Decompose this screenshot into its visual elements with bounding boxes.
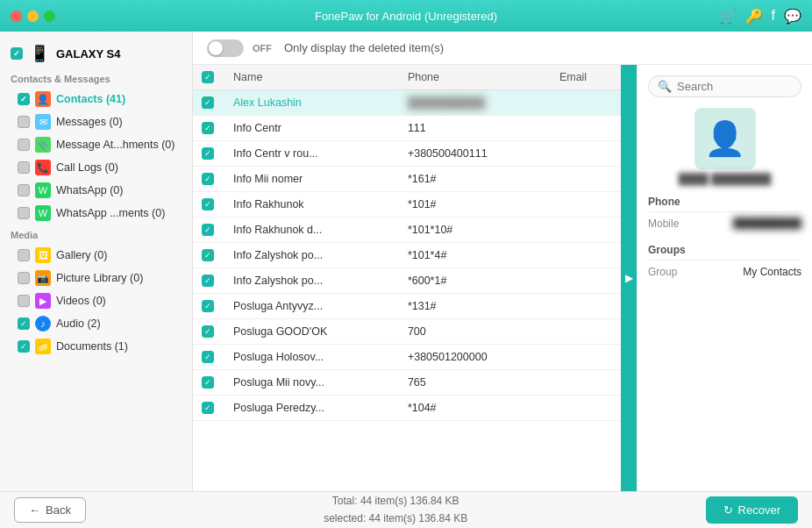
contacts-checkbox[interactable] xyxy=(18,93,30,105)
row-email xyxy=(551,345,621,370)
chat-icon[interactable]: 💬 xyxy=(784,8,801,25)
table-row[interactable]: Info Mii nomer*161# xyxy=(193,167,621,192)
row-checkbox[interactable] xyxy=(202,96,214,109)
table-row[interactable]: Posluga GOOD'OK700 xyxy=(193,319,621,345)
sidebar-item-messages[interactable]: ✉ Messages (0) xyxy=(0,111,192,133)
row-checkbox-cell xyxy=(193,370,224,396)
table-row[interactable]: Info Centr v rou...+380500400111 xyxy=(193,141,621,167)
contacts-table: Name Phone Email Alex Lukashin██████████… xyxy=(193,65,621,421)
avatar-image: 👤 xyxy=(694,108,756,169)
audio-checkbox[interactable] xyxy=(18,318,30,330)
row-checkbox[interactable] xyxy=(202,275,214,287)
sidebar-item-whatsappments[interactable]: W WhatsApp ...ments (0) xyxy=(0,202,192,225)
row-email xyxy=(551,116,621,141)
row-checkbox[interactable] xyxy=(202,198,214,210)
table-header-row: Name Phone Email xyxy=(193,65,621,90)
deleted-toggle[interactable] xyxy=(207,39,244,57)
table-row[interactable]: Posluga Antyvyz...*131# xyxy=(193,294,621,319)
row-checkbox[interactable] xyxy=(202,351,214,363)
device-row[interactable]: 📱 GALAXY S4 xyxy=(0,39,192,68)
back-button[interactable]: ← Back xyxy=(14,497,86,523)
table-row[interactable]: Posluga Peredzy...*104# xyxy=(193,396,621,421)
row-checkbox[interactable] xyxy=(202,147,214,160)
back-arrow-icon: ← xyxy=(29,503,40,517)
maximize-button[interactable] xyxy=(44,11,55,22)
row-email xyxy=(551,294,621,319)
table-row[interactable]: Posluga Mii novy...765 xyxy=(193,370,621,396)
sidebar-item-gallery[interactable]: 🖼 Gallery (0) xyxy=(0,244,192,267)
device-checkbox[interactable] xyxy=(11,47,23,60)
table-row[interactable]: Info Rakhunok d...*101*10# xyxy=(193,218,621,243)
col-phone: Phone xyxy=(399,65,551,90)
row-checkbox[interactable] xyxy=(202,402,214,414)
close-button[interactable] xyxy=(11,11,22,22)
row-checkbox-cell xyxy=(193,167,224,192)
groups-section-title: Groups xyxy=(648,244,801,260)
table-row[interactable]: Info Centr111 xyxy=(193,116,621,141)
sidebar-item-videos[interactable]: ▶ Videos (0) xyxy=(0,289,192,312)
videos-checkbox[interactable] xyxy=(18,295,30,307)
traffic-lights xyxy=(11,11,55,22)
table-row[interactable]: Posluga Holosov...+380501200000 xyxy=(193,345,621,370)
whatsapp-checkbox[interactable] xyxy=(18,184,30,196)
row-phone: *104# xyxy=(399,396,551,421)
whatsappments-icon: W xyxy=(35,205,51,221)
phone-section: Phone Mobile ██████████ xyxy=(648,196,801,233)
row-email xyxy=(551,370,621,396)
row-name: Info Rakhunok xyxy=(224,192,399,218)
facebook-icon[interactable]: f xyxy=(772,8,775,25)
search-icon: 🔍 xyxy=(658,80,672,93)
whatsapp-icon: W xyxy=(35,182,51,198)
msgattach-checkbox[interactable] xyxy=(18,139,30,151)
content-area: OFF Only display the deleted item(s) Nam… xyxy=(193,32,812,491)
key-icon[interactable]: 🔑 xyxy=(745,8,763,25)
audio-icon: ♪ xyxy=(35,316,51,332)
table-row[interactable]: Alex Lukashin██████████ xyxy=(193,90,621,116)
sidebar-item-msgattach[interactable]: 📎 Message At...hments (0) xyxy=(0,133,192,156)
row-name: Posluga Holosov... xyxy=(224,345,399,370)
recover-button[interactable]: ↻ Recover xyxy=(706,496,798,524)
docs-checkbox[interactable] xyxy=(18,340,30,353)
row-checkbox[interactable] xyxy=(202,224,214,236)
table-container[interactable]: Name Phone Email Alex Lukashin██████████… xyxy=(193,65,621,491)
sidebar-item-docs[interactable]: 📁 Documents (1) xyxy=(0,335,192,358)
table-row[interactable]: Info Zalyshok po...*600*1# xyxy=(193,268,621,294)
search-input[interactable] xyxy=(677,80,792,93)
sidebar-item-whatsapp[interactable]: W WhatsApp (0) xyxy=(0,179,192,202)
select-all-checkbox[interactable] xyxy=(202,71,214,83)
col-email: Email xyxy=(551,65,621,90)
whatsappments-checkbox[interactable] xyxy=(18,207,30,219)
row-name: Posluga GOOD'OK xyxy=(224,319,399,345)
toggle-text: Only display the deleted item(s) xyxy=(284,41,444,54)
row-checkbox[interactable] xyxy=(202,300,214,312)
mobile-label: Mobile xyxy=(648,218,679,230)
row-email xyxy=(551,167,621,192)
sidebar-item-contacts[interactable]: 👤 Contacts (41) xyxy=(0,88,192,111)
sidebar-item-audio[interactable]: ♪ Audio (2) xyxy=(0,312,192,335)
gallery-checkbox[interactable] xyxy=(18,249,30,261)
row-phone: +380501200000 xyxy=(399,345,551,370)
piclibrary-checkbox[interactable] xyxy=(18,272,30,284)
person-icon: 👤 xyxy=(704,119,745,158)
messages-checkbox[interactable] xyxy=(18,116,30,128)
search-box[interactable]: 🔍 xyxy=(648,75,801,97)
row-checkbox[interactable] xyxy=(202,249,214,261)
table-row[interactable]: Info Rakhunok*101# xyxy=(193,192,621,218)
row-checkbox[interactable] xyxy=(202,325,214,338)
sidebar-item-calllogs[interactable]: 📞 Call Logs (0) xyxy=(0,156,192,179)
row-checkbox[interactable] xyxy=(202,173,214,185)
row-name: Posluga Antyvyz... xyxy=(224,294,399,319)
sidebar-item-piclibrary[interactable]: 📷 Picture Library (0) xyxy=(0,267,192,289)
row-checkbox-cell xyxy=(193,268,224,294)
groups-section: Groups Group My Contacts xyxy=(648,244,801,282)
minimize-button[interactable] xyxy=(27,11,39,22)
row-checkbox[interactable] xyxy=(202,376,214,389)
scroll-right-arrow[interactable]: ▶ xyxy=(621,65,637,491)
calllogs-checkbox[interactable] xyxy=(18,161,30,174)
cart-icon[interactable]: 🛒 xyxy=(719,8,737,25)
sidebar: 📱 GALAXY S4 Contacts & Messages 👤 Contac… xyxy=(0,32,193,491)
row-phone: *131# xyxy=(399,294,551,319)
table-row[interactable]: Info Zalyshok po...*101*4# xyxy=(193,243,621,268)
row-checkbox-cell xyxy=(193,90,224,116)
row-checkbox[interactable] xyxy=(202,122,214,134)
